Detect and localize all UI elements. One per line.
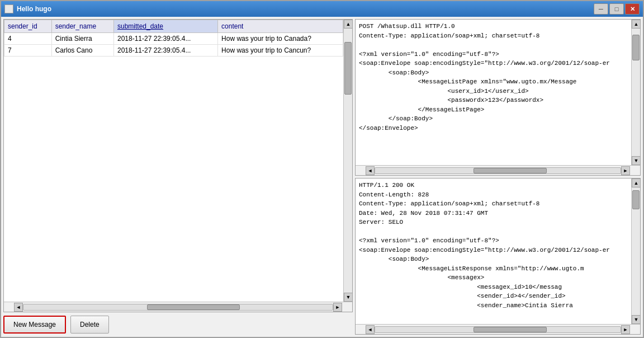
scroll-down-arrow[interactable]: ▼ [344,293,352,302]
title-bar-buttons: ─ □ ✕ [594,3,640,15]
request-v-scrollbar[interactable]: ▲ ▼ [631,20,640,165]
main-window: Hello hugo ─ □ ✕ sender_id sender_name [0,0,644,338]
req-scroll-thumb[interactable] [632,35,640,60]
req-h-thumb[interactable] [473,168,547,173]
cell-sender_id: 7 [4,45,52,57]
table-header-row: sender_id sender_name submitted_date con… [4,20,343,33]
table-row[interactable]: 4Cintia Sierra2018-11-27 22:39:05.4...Ho… [4,33,343,45]
req-h-track[interactable] [375,167,621,174]
title-bar: Hello hugo ─ □ ✕ [1,1,643,17]
res-scroll-track[interactable] [632,187,640,315]
cell-submitted_date: 2018-11-27 22:39:05.4... [113,45,217,57]
scroll-track[interactable] [344,29,352,293]
req-h-left[interactable]: ◄ [366,166,375,175]
cell-sender_name: Carlos Cano [51,45,113,57]
req-scroll-down[interactable]: ▼ [632,156,640,165]
close-button[interactable]: ✕ [625,3,640,15]
table-row[interactable]: 7Carlos Cano2018-11-27 22:39:05.4...How … [4,45,343,57]
col-sender-name[interactable]: sender_name [51,20,113,33]
col-content[interactable]: content [218,20,343,33]
cell-submitted_date: 2018-11-27 22:39:05.4... [113,33,217,45]
minimize-button[interactable]: ─ [594,3,608,15]
col-submitted-date[interactable]: submitted_date [113,20,217,33]
response-panel: HTTP/1.1 200 OK Content-Length: 828 Cont… [355,178,641,335]
res-scroll-up[interactable]: ▲ [632,179,640,187]
req-scroll-track[interactable] [632,29,640,156]
cell-sender_id: 4 [4,33,52,45]
res-scroll-thumb[interactable] [632,190,640,209]
res-h-left[interactable]: ◄ [366,325,375,334]
scroll-up-arrow[interactable]: ▲ [344,20,352,29]
messages-table: sender_id sender_name submitted_date con… [4,20,343,57]
h-scroll-thumb[interactable] [147,304,240,310]
maximize-button[interactable]: □ [609,3,624,15]
scroll-left-arrow[interactable]: ◄ [14,303,23,312]
req-scroll-up[interactable]: ▲ [632,20,640,29]
table-h-scrollbar[interactable]: ◄ ► [4,302,352,312]
request-panel: POST /Whatsup.dll HTTP/1.0 Content-Type:… [355,19,641,176]
table-container: sender_id sender_name submitted_date con… [3,19,353,312]
response-v-scrollbar[interactable]: ▲ ▼ [631,179,640,324]
col-sender-id[interactable]: sender_id [4,20,52,33]
table-v-scrollbar[interactable]: ▲ ▼ [343,20,352,302]
cell-sender_name: Cintia Sierra [51,33,113,45]
table-inner: sender_id sender_name submitted_date con… [4,20,352,302]
res-scroll-down[interactable]: ▼ [632,315,640,324]
table-scroll[interactable]: sender_id sender_name submitted_date con… [4,20,343,302]
right-panel: POST /Whatsup.dll HTTP/1.0 Content-Type:… [355,19,641,335]
res-h-thumb[interactable] [473,327,547,332]
response-panel-inner: HTTP/1.1 200 OK Content-Length: 828 Cont… [356,179,640,324]
h-scroll-track[interactable] [23,304,333,311]
res-h-track[interactable] [375,326,621,333]
content-area: sender_id sender_name submitted_date con… [1,17,643,337]
bottom-buttons: New Message Delete [3,312,353,335]
res-h-right[interactable]: ► [621,325,630,334]
request-content[interactable]: POST /Whatsup.dll HTTP/1.0 Content-Type:… [356,20,631,165]
delete-button[interactable]: Delete [70,316,109,334]
scroll-thumb[interactable] [344,42,352,95]
cell-content: How was your trip to Cancun? [218,45,343,57]
left-panel: sender_id sender_name submitted_date con… [3,19,353,335]
response-h-scrollbar[interactable]: ◄ ► [356,324,640,334]
request-panel-inner: POST /Whatsup.dll HTTP/1.0 Content-Type:… [356,20,640,165]
response-content[interactable]: HTTP/1.1 200 OK Content-Length: 828 Cont… [356,179,631,324]
window-title: Hello hugo [17,5,594,13]
app-icon [4,4,13,13]
cell-content: How was your trip to Canada? [218,33,343,45]
scroll-right-arrow[interactable]: ► [333,303,342,312]
req-h-right[interactable]: ► [621,166,630,175]
new-message-button[interactable]: New Message [3,316,66,334]
request-h-scrollbar[interactable]: ◄ ► [356,165,640,175]
